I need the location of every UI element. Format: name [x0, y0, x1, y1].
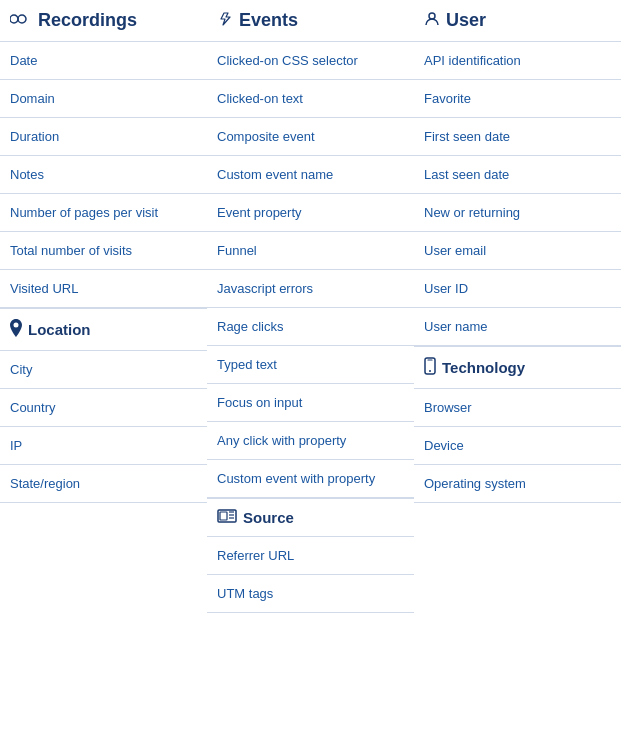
svg-point-0: [10, 15, 18, 23]
events-item-4[interactable]: Event property: [207, 194, 414, 232]
column-events: Events Clicked-on CSS selector Clicked-o…: [207, 0, 414, 613]
main-grid: Recordings Date Domain Duration Notes Nu…: [0, 0, 621, 613]
user-item-7[interactable]: User name: [414, 308, 621, 346]
recordings-item-notes[interactable]: Notes: [0, 156, 207, 194]
svg-point-1: [18, 15, 26, 23]
user-item-5[interactable]: User email: [414, 232, 621, 270]
user-item-3[interactable]: Last seen date: [414, 156, 621, 194]
events-item-7[interactable]: Rage clicks: [207, 308, 414, 346]
events-header: Events: [207, 0, 414, 42]
svg-point-7: [429, 13, 435, 19]
events-item-2[interactable]: Composite event: [207, 118, 414, 156]
events-item-11[interactable]: Custom event with property: [207, 460, 414, 498]
events-item-0[interactable]: Clicked-on CSS selector: [207, 42, 414, 80]
user-item-4[interactable]: New or returning: [414, 194, 621, 232]
events-item-3[interactable]: Custom event name: [207, 156, 414, 194]
column-recordings: Recordings Date Domain Duration Notes Nu…: [0, 0, 207, 613]
events-item-1[interactable]: Clicked-on text: [207, 80, 414, 118]
events-item-8[interactable]: Typed text: [207, 346, 414, 384]
user-item-0[interactable]: API identification: [414, 42, 621, 80]
source-header: Source: [207, 498, 414, 537]
events-item-6[interactable]: Javascript errors: [207, 270, 414, 308]
technology-icon: [424, 357, 436, 378]
recordings-item-domain[interactable]: Domain: [0, 80, 207, 118]
user-header-label: User: [446, 10, 486, 31]
location-item-country[interactable]: Country: [0, 389, 207, 427]
source-item-0[interactable]: Referrer URL: [207, 537, 414, 575]
user-header: User: [414, 0, 621, 42]
column-user: User API identification Favorite First s…: [414, 0, 621, 613]
events-item-10[interactable]: Any click with property: [207, 422, 414, 460]
events-icon: [217, 11, 233, 31]
recordings-icon: [10, 12, 32, 30]
events-header-label: Events: [239, 10, 298, 31]
recordings-item-duration[interactable]: Duration: [0, 118, 207, 156]
svg-rect-3: [220, 512, 227, 520]
location-header-label: Location: [28, 321, 91, 338]
location-item-ip[interactable]: IP: [0, 427, 207, 465]
user-item-1[interactable]: Favorite: [414, 80, 621, 118]
technology-header-label: Technology: [442, 359, 525, 376]
location-item-state[interactable]: State/region: [0, 465, 207, 503]
recordings-item-pages[interactable]: Number of pages per visit: [0, 194, 207, 232]
recordings-header-label: Recordings: [38, 10, 137, 31]
technology-item-0[interactable]: Browser: [414, 389, 621, 427]
svg-point-9: [429, 370, 431, 372]
technology-item-2[interactable]: Operating system: [414, 465, 621, 503]
recordings-header: Recordings: [0, 0, 207, 42]
user-item-2[interactable]: First seen date: [414, 118, 621, 156]
recordings-item-url[interactable]: Visited URL: [0, 270, 207, 308]
source-icon: [217, 509, 237, 526]
source-item-1[interactable]: UTM tags: [207, 575, 414, 613]
technology-header: Technology: [414, 346, 621, 389]
source-header-label: Source: [243, 509, 294, 526]
location-icon: [10, 319, 22, 340]
location-item-city[interactable]: City: [0, 351, 207, 389]
recordings-item-date[interactable]: Date: [0, 42, 207, 80]
user-item-6[interactable]: User ID: [414, 270, 621, 308]
technology-item-1[interactable]: Device: [414, 427, 621, 465]
events-item-9[interactable]: Focus on input: [207, 384, 414, 422]
recordings-item-visits[interactable]: Total number of visits: [0, 232, 207, 270]
events-item-5[interactable]: Funnel: [207, 232, 414, 270]
location-header: Location: [0, 308, 207, 351]
user-icon: [424, 11, 440, 31]
